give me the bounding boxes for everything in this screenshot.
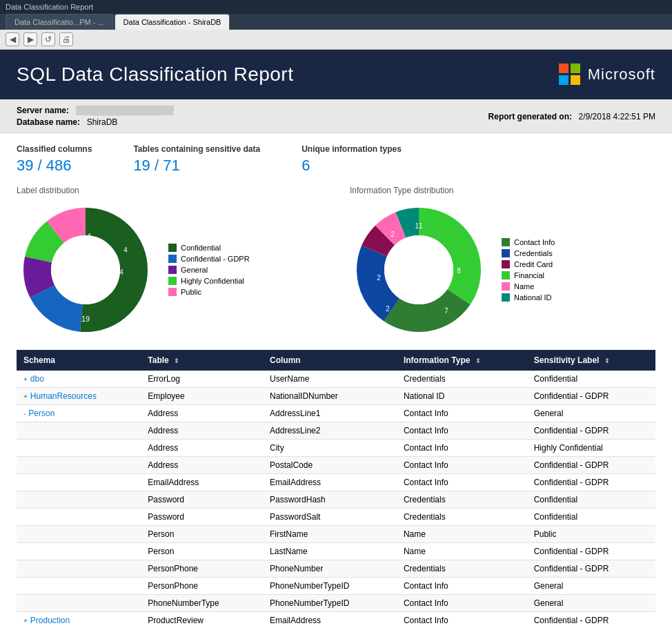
cell-info-type: Credentials [397, 371, 527, 388]
stat-tables-value: 19 / 71 [133, 157, 260, 175]
cell-schema [17, 595, 141, 612]
ms-blue-square [559, 75, 569, 85]
legend-color-name [502, 282, 510, 291]
cell-table: PersonPhone [141, 560, 263, 578]
legend-name: Name [502, 282, 555, 291]
print-button[interactable]: 🖨 [59, 32, 73, 46]
stat-unique-info-label: Unique information types [302, 144, 402, 154]
legend-color-credit-card [502, 260, 510, 268]
sort-table-icon[interactable]: ⇕ [174, 357, 179, 364]
expand-icon[interactable]: + [23, 617, 28, 625]
svg-text:2: 2 [386, 305, 390, 313]
ms-red-square [559, 63, 569, 73]
cell-info-type: Name [397, 543, 527, 560]
cell-schema [17, 440, 141, 457]
info-dist-title: Information Type distribution [350, 186, 454, 195]
svg-text:4: 4 [123, 246, 128, 254]
cell-info-type: Contact Info [397, 474, 527, 491]
report-title: SQL Data Classification Report [17, 63, 293, 86]
legend-color-confidential [168, 244, 177, 252]
svg-text:6: 6 [52, 260, 57, 268]
cell-table: PersonPhone [141, 578, 263, 595]
expand-icon[interactable]: + [23, 375, 28, 383]
schema-value: dbo [30, 374, 44, 384]
server-info-left: Server name: ████████████ Database name:… [17, 105, 174, 127]
cell-column: EmailAddress [263, 474, 397, 491]
tab-2[interactable]: Data Classification - ShiraDB [115, 14, 230, 30]
col-column: Column [263, 350, 397, 371]
title-bar: Data Classification Report [0, 0, 672, 14]
server-info-bar: Server name: ████████████ Database name:… [0, 99, 672, 133]
table-row: PersonLastNameNameConfidential - GDPR [17, 543, 655, 560]
svg-text:4: 4 [119, 268, 123, 276]
report-date-row: Report generated on: 2/9/2018 4:22:51 PM [488, 111, 655, 121]
cell-info-type: Credentials [397, 509, 527, 526]
cell-info-type: Contact Info [397, 422, 527, 440]
db-name-row: Database name: ShiraDB [17, 117, 174, 127]
expand-icon[interactable]: + [23, 393, 28, 400]
legend-color-financial [502, 271, 510, 279]
sort-sensitivity-icon[interactable]: ⇕ [604, 357, 610, 364]
server-name-row: Server name: ████████████ [17, 105, 174, 115]
cell-column: LastName [263, 543, 397, 560]
app-title: Data Classification Report [6, 3, 93, 11]
svg-text:8: 8 [457, 267, 461, 275]
cell-table: Password [141, 509, 263, 526]
ms-squares [559, 63, 581, 86]
cell-table: Address [141, 440, 263, 457]
cell-sensitivity: Confidential [527, 371, 655, 388]
legend-contact-info: Contact Info [502, 238, 555, 246]
cell-column: PhoneNumberTypeID [263, 595, 397, 612]
refresh-button[interactable]: ↺ [41, 32, 55, 46]
label-dist-chart: Label distribution [17, 186, 322, 339]
legend-color-public [168, 288, 177, 296]
stat-classified-cols-label: Classified columns [17, 144, 92, 154]
svg-text:4: 4 [87, 233, 91, 240]
cell-schema: +Production [17, 612, 141, 629]
label-donut: 19 4 4 4 6 19 [17, 201, 155, 339]
cell-table: Person [141, 526, 263, 543]
legend-financial: Financial [502, 271, 555, 279]
cell-sensitivity: Confidential - GDPR [527, 388, 655, 405]
info-dist-chart: Information Type distribution [350, 186, 655, 339]
cell-column: PasswordSalt [263, 509, 397, 526]
table-row: PhoneNumberTypePhoneNumberTypeIDContact … [17, 595, 655, 612]
col-schema: Schema [17, 350, 141, 371]
cell-sensitivity: Confidential [527, 509, 655, 526]
expand-icon[interactable]: - [23, 410, 26, 418]
cell-info-type: Name [397, 526, 527, 543]
cell-schema [17, 457, 141, 474]
cell-column: EmailAddress [263, 612, 397, 629]
col-table: Table ⇕ [141, 350, 263, 371]
cell-table: Employee [141, 388, 263, 405]
back-button[interactable]: ◀ [6, 32, 19, 46]
svg-point-19 [384, 235, 453, 304]
cell-schema [17, 560, 141, 578]
legend-color-gdpr [168, 255, 177, 263]
microsoft-text: Microsoft [588, 66, 655, 84]
table-row: PersonFirstNameNamePublic [17, 526, 655, 543]
cell-column: PasswordHash [263, 491, 397, 509]
cell-table: Address [141, 422, 263, 440]
info-legend: Contact Info Credentials Credit Card Fin… [502, 238, 555, 302]
stats-section: Classified columns 39 / 486 Tables conta… [0, 133, 672, 180]
cell-column: UserName [263, 371, 397, 388]
tab-1[interactable]: Data Classificatio...PM - ... [6, 14, 113, 30]
cell-info-type: Contact Info [397, 595, 527, 612]
stat-tables-label: Tables containing sensitive data [133, 144, 260, 154]
schema-value: Production [30, 616, 70, 625]
cell-sensitivity: Confidential - GDPR [527, 560, 655, 578]
table-row: AddressPostalCodeContact InfoConfidentia… [17, 457, 655, 474]
cell-info-type: Credentials [397, 560, 527, 578]
cell-column: NationalIDNumber [263, 388, 397, 405]
cell-column: AddressLine1 [263, 405, 397, 422]
cell-info-type: Contact Info [397, 612, 527, 629]
tabs-bar: Data Classificatio...PM - ... Data Class… [0, 14, 672, 30]
cell-column: FirstName [263, 526, 397, 543]
cell-table: PhoneNumberType [141, 595, 263, 612]
sort-info-icon[interactable]: ⇕ [475, 357, 481, 364]
cell-sensitivity: Public [527, 526, 655, 543]
forward-button[interactable]: ▶ [23, 32, 37, 46]
table-row: +ProductionProductReviewEmailAddressCont… [17, 612, 655, 629]
cell-schema [17, 578, 141, 595]
